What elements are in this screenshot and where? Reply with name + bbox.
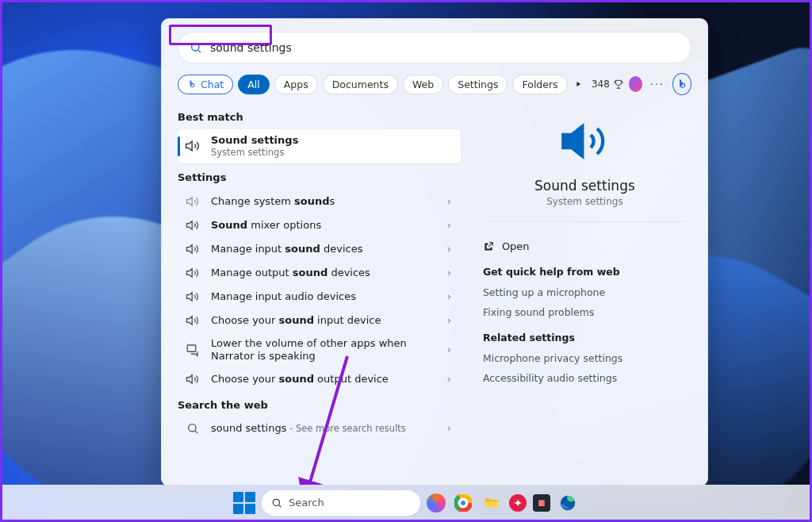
result-setting[interactable]: Choose your sound input device› xyxy=(178,309,461,332)
result-subtitle: System settings xyxy=(211,147,454,158)
trophy-icon xyxy=(613,79,624,90)
chevron-right-icon: › xyxy=(444,220,454,231)
search-input[interactable] xyxy=(210,41,680,54)
svg-line-1 xyxy=(198,50,201,52)
chevron-right-icon: › xyxy=(444,423,454,434)
taskbar-search[interactable]: Search xyxy=(262,490,420,516)
detail-title: Sound settings xyxy=(483,178,687,194)
volume-icon xyxy=(184,194,201,209)
user-avatar[interactable] xyxy=(629,76,642,92)
detail-subtitle: System settings xyxy=(483,196,687,207)
taskbar-app-edge[interactable] xyxy=(557,492,579,514)
chevron-right-icon: › xyxy=(444,291,454,302)
result-setting[interactable]: Change system sounds› xyxy=(178,190,461,213)
volume-icon xyxy=(184,138,201,154)
bing-chat-button[interactable] xyxy=(672,73,691,95)
taskbar-app-dark[interactable]: ■ xyxy=(533,494,550,512)
open-icon xyxy=(483,241,494,252)
result-setting[interactable]: Lower the volume of other apps when Narr… xyxy=(178,332,461,368)
tab-settings[interactable]: Settings xyxy=(448,75,508,94)
tab-web[interactable]: Web xyxy=(403,75,443,94)
chevron-right-icon: › xyxy=(444,344,454,355)
result-best-match[interactable]: Sound settingsSystem settings xyxy=(178,129,461,163)
start-button[interactable] xyxy=(233,492,255,514)
tab-folders[interactable]: Folders xyxy=(512,75,567,94)
chevron-right-icon: › xyxy=(444,244,454,255)
chevron-right-icon: › xyxy=(444,374,454,385)
related-heading: Related settings xyxy=(483,332,687,344)
result-setting[interactable]: Manage input sound devices› xyxy=(178,237,461,261)
tab-chat[interactable]: Chat xyxy=(178,75,233,94)
search-icon xyxy=(271,497,282,509)
detail-pane: Sound settings System settings Open Get … xyxy=(465,103,691,486)
volume-icon xyxy=(184,242,201,256)
search-bar[interactable] xyxy=(178,32,691,63)
result-title: Change system sounds xyxy=(211,195,435,208)
taskbar-app-chrome[interactable] xyxy=(452,492,474,514)
result-setting[interactable]: Manage output sound devices› xyxy=(178,261,461,285)
volume-icon xyxy=(184,218,201,232)
quick-help-heading: Get quick help from web xyxy=(483,266,687,278)
volume-icon xyxy=(184,313,201,328)
section-settings: Settings xyxy=(178,171,461,183)
help-link[interactable]: Fixing sound problems xyxy=(483,302,687,322)
narrator-icon xyxy=(184,343,201,357)
taskbar-app-copilot[interactable] xyxy=(427,493,446,512)
taskbar: Search ✦ ■ xyxy=(2,485,810,520)
search-flyout: Chat All Apps Documents Web Settings Fol… xyxy=(161,18,708,486)
result-title: Choose your sound input device xyxy=(211,314,435,327)
result-title: Lower the volume of other apps when Narr… xyxy=(211,337,435,363)
chevron-right-icon: › xyxy=(444,267,454,278)
overflow-arrow-icon[interactable] xyxy=(574,79,582,89)
results-list: Best match Sound settingsSystem settings… xyxy=(178,103,465,486)
svg-point-0 xyxy=(192,44,199,51)
result-setting[interactable]: Choose your sound output device› xyxy=(178,367,461,391)
search-icon xyxy=(184,422,201,435)
chevron-right-icon: › xyxy=(444,315,454,326)
tab-apps[interactable]: Apps xyxy=(274,75,318,94)
section-best-match: Best match xyxy=(178,111,461,123)
result-title: Sound settings xyxy=(211,134,454,147)
section-search-web: Search the web xyxy=(178,399,461,411)
result-title: Sound mixer options xyxy=(211,219,435,232)
result-web[interactable]: sound settings - See more search results… xyxy=(178,417,461,439)
volume-icon xyxy=(483,116,687,167)
tab-all[interactable]: All xyxy=(238,75,270,94)
help-link[interactable]: Setting up a microphone xyxy=(483,282,687,302)
chevron-right-icon: › xyxy=(444,196,454,207)
taskbar-app-red[interactable]: ✦ xyxy=(509,494,527,512)
svg-point-6 xyxy=(273,499,279,505)
related-link[interactable]: Accessibility audio settings xyxy=(483,368,687,388)
filter-tabs: Chat All Apps Documents Web Settings Fol… xyxy=(178,73,691,95)
result-title: Choose your sound output device xyxy=(211,373,435,386)
search-icon xyxy=(190,41,202,54)
svg-point-3 xyxy=(189,424,196,432)
result-title: Manage input sound devices xyxy=(211,243,435,255)
result-setting[interactable]: Sound mixer options› xyxy=(178,213,461,237)
result-setting[interactable]: Manage input audio devices› xyxy=(178,285,461,309)
more-menu[interactable]: ··· xyxy=(647,79,668,90)
result-title: Manage output sound devices xyxy=(211,267,435,279)
tab-documents[interactable]: Documents xyxy=(323,75,398,94)
taskbar-app-explorer[interactable] xyxy=(481,492,503,514)
related-link[interactable]: Microphone privacy settings xyxy=(483,348,687,368)
svg-line-4 xyxy=(195,431,197,433)
open-action[interactable]: Open xyxy=(483,236,687,256)
svg-rect-2 xyxy=(187,345,196,351)
svg-line-7 xyxy=(279,505,282,507)
volume-icon xyxy=(184,290,201,304)
rewards-count[interactable]: 348 xyxy=(592,79,624,90)
bing-icon xyxy=(187,79,197,89)
volume-icon xyxy=(184,372,201,386)
volume-icon xyxy=(184,266,201,280)
result-title: Manage input audio devices xyxy=(211,290,435,303)
bing-icon xyxy=(676,79,688,90)
